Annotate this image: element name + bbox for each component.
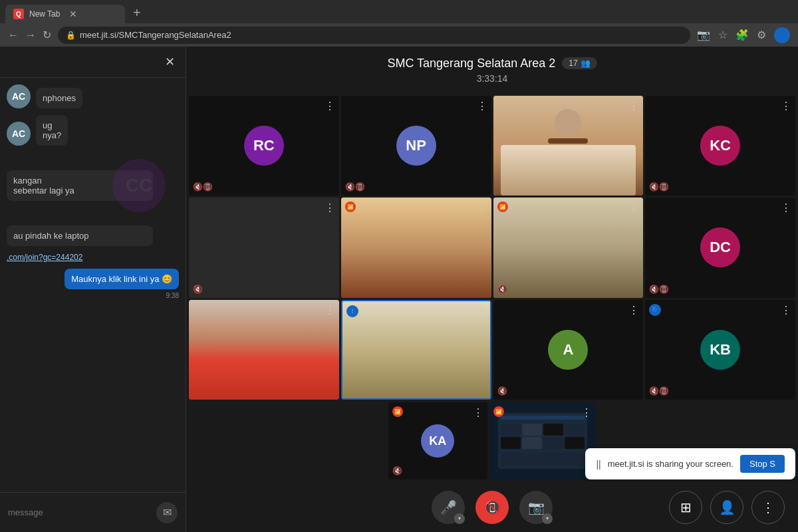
tile-more-cam5[interactable]: ⋮: [475, 305, 486, 318]
bottom-controls: 🎤 ▾ 📵 📷 ▾ ⊞ 👤 ⋮: [186, 482, 798, 532]
chat-link[interactable]: .com/join?gc=244202: [7, 253, 179, 262]
video-tile-dark: ⋮ 🔇: [189, 198, 339, 297]
video-grid: RC ⋮ 🔇📵 NP ⋮ 🔇📵 ⋮: [186, 93, 798, 402]
spacer-right: || meet.jit.si is sharing your screen. S…: [598, 402, 795, 479]
boy-camera-bg: [189, 300, 339, 400]
chat-message-1: AC nphones: [7, 84, 179, 108]
video-tile-camera-3: 📶 ⋮ 🔇: [493, 198, 644, 297]
self-message-bubble: Mauknya klik link ini ya 😊: [65, 269, 179, 289]
avatar-ac-2: AC: [7, 122, 31, 146]
toolbar-icons: 📷 ☆ 🧩 ⚙: [697, 27, 790, 43]
tile-more-kb[interactable]: ⋮: [781, 304, 791, 317]
screen-bottom-bar: [501, 453, 585, 466]
tile-more-cam2[interactable]: ⋮: [477, 201, 487, 214]
message-time: 9:38: [166, 292, 179, 299]
browser-chrome: Q New Tab ✕ + ← → ↻ 🔒 meet.jit.si/SMCTan…: [0, 0, 798, 47]
avatar-kb: KB: [700, 330, 740, 370]
blue-indicator-5: ⋮: [346, 305, 358, 317]
tile-mute-np: 🔇📵: [345, 182, 365, 192]
mini-tile-1: [501, 424, 521, 436]
tile-mute-a: 🔇: [497, 386, 507, 396]
mic-button[interactable]: 🎤 ▾: [432, 491, 465, 524]
participant-badge: 17 👥: [562, 57, 597, 69]
spacer-left: [189, 402, 386, 479]
new-tab-button[interactable]: +: [130, 3, 144, 23]
meeting-timer: 3:33:14: [477, 73, 508, 84]
video-tile-np: NP ⋮ 🔇📵: [341, 96, 491, 196]
camera-person-2-bg: [341, 198, 491, 297]
mini-tile-6: [522, 437, 542, 449]
more-icon: ⋮: [761, 499, 775, 515]
screen-share-notification: || meet.jit.si is sharing your screen. S…: [585, 448, 795, 479]
avatar-a: A: [548, 330, 588, 370]
camera-person-3-bg: [493, 198, 644, 297]
tile-more-screen[interactable]: ⋮: [581, 406, 592, 419]
extension-icon[interactable]: 🧩: [735, 29, 749, 41]
tile-more-a[interactable]: ⋮: [628, 304, 639, 317]
participant-count: 17: [569, 59, 577, 68]
grid-icon: ⊞: [680, 499, 692, 515]
camera-toolbar-icon[interactable]: 📷: [697, 29, 710, 41]
reload-button[interactable]: ↻: [43, 29, 51, 41]
tile-more-cam1[interactable]: ⋮: [628, 100, 639, 112]
participants-button[interactable]: 👤: [710, 491, 743, 524]
screen-share-text: meet.jit.si is sharing your screen.: [608, 459, 733, 469]
avatar-rc: RC: [244, 126, 284, 166]
tile-mute-dark: 🔇: [193, 285, 203, 294]
send-message-button[interactable]: ✉: [156, 502, 178, 523]
tile-more-ka[interactable]: ⋮: [473, 406, 483, 419]
tile-more-dark[interactable]: ⋮: [325, 201, 335, 214]
active-tab[interactable]: Q New Tab ✕: [5, 5, 125, 23]
back-button[interactable]: ←: [8, 29, 19, 41]
mic-icon: 🎤: [440, 499, 457, 515]
chat-message-5: .com/join?gc=244202: [7, 253, 179, 262]
tile-mute-kb: 🔇📵: [649, 386, 669, 396]
share-icon: ||: [596, 459, 600, 469]
red-indicator-2: 📶: [345, 201, 356, 212]
chat-input-area: ✉: [0, 492, 186, 532]
url-box[interactable]: 🔒 meet.jit.si/SMCTangerangSelatanArea2: [58, 27, 690, 44]
camera-chevron[interactable]: ▾: [542, 513, 553, 524]
chat-messages: AC nphones AC ugnya? CC kangansebentar l…: [0, 78, 186, 492]
video-tile-kc: KC ⋮ 🔇📵: [645, 96, 795, 196]
participants-icon: 👥: [581, 59, 591, 68]
tile-more-np[interactable]: ⋮: [477, 100, 487, 112]
mini-tile-5: [501, 437, 521, 449]
mini-tile-2: [522, 424, 542, 436]
hangup-button[interactable]: 📵: [475, 491, 509, 524]
forward-button[interactable]: →: [25, 29, 36, 41]
bookmark-icon[interactable]: ☆: [718, 29, 728, 41]
settings-icon[interactable]: ⚙: [757, 29, 766, 41]
video-tile-a: A ⋮ 🔇: [493, 300, 644, 400]
chat-message-4: au pindah ke laptop: [7, 225, 179, 246]
video-tile-camera-5: ⋮ ⋮: [341, 300, 491, 400]
stop-sharing-button[interactable]: Stop S: [740, 455, 785, 473]
sidebar-close-button[interactable]: ✕: [165, 55, 175, 69]
tile-more-dc[interactable]: ⋮: [781, 201, 791, 214]
mini-tile-7: [543, 437, 563, 449]
chat-message-6: Mauknya klik link ini ya 😊 9:38: [7, 269, 179, 299]
screen-mini-grid: [501, 424, 585, 448]
profile-avatar[interactable]: [774, 27, 790, 43]
video-area: SMC Tangerang Selatan Area 2 17 👥 3:33:1…: [186, 47, 798, 532]
grid-view-button[interactable]: ⊞: [669, 491, 702, 524]
tile-more-kc[interactable]: ⋮: [781, 100, 791, 112]
tile-more-rc[interactable]: ⋮: [325, 100, 335, 112]
tab-favicon: Q: [13, 9, 24, 19]
chat-input[interactable]: [8, 507, 150, 517]
mic-chevron[interactable]: ▾: [454, 513, 465, 524]
avatar-ka: KA: [421, 424, 454, 458]
meeting-title: SMC Tangerang Selatan Area 2: [387, 57, 555, 70]
tile-more-cam3[interactable]: ⋮: [628, 201, 639, 214]
sidebar-header: ✕: [0, 47, 186, 78]
chat-sidebar: ✕ AC nphones AC ugnya? CC kanganseb: [0, 47, 186, 532]
bg-avatar-cc: CC: [112, 159, 166, 212]
tile-mute-dc: 🔇📵: [649, 285, 669, 294]
participants-icon: 👤: [719, 499, 735, 515]
camera-button[interactable]: 📷 ▾: [519, 491, 553, 524]
lock-icon: 🔒: [66, 31, 76, 40]
tile-more-cam4[interactable]: ⋮: [325, 304, 335, 317]
more-options-button[interactable]: ⋮: [751, 491, 785, 524]
tab-close-button[interactable]: ✕: [69, 9, 77, 19]
camera-icon: 📷: [528, 499, 545, 515]
